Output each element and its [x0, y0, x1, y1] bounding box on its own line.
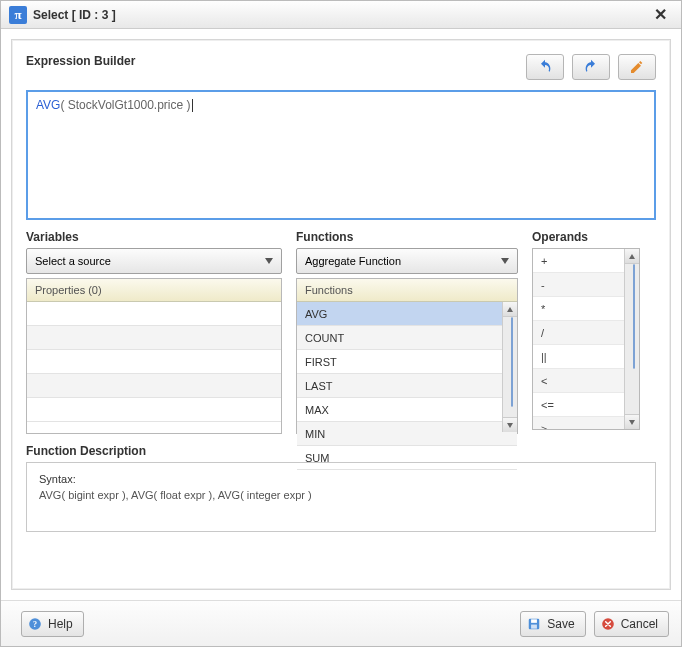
function-item[interactable]: SUM [297, 446, 517, 470]
svg-rect-4 [531, 624, 537, 628]
expression-function: AVG [36, 98, 60, 112]
cancel-button[interactable]: Cancel [594, 611, 669, 637]
expression-argument: ( StockVolGt1000.price ) [60, 98, 190, 112]
dialog-select: π Select [ ID : 3 ] ✕ Expression Builder… [0, 0, 682, 647]
list-item: . [27, 302, 281, 326]
functions-label: Functions [296, 230, 518, 244]
window-title: Select [ ID : 3 ] [33, 8, 116, 22]
functions-list-header: Functions [297, 279, 517, 302]
undo-button[interactable] [526, 54, 564, 80]
function-item[interactable]: LAST [297, 374, 517, 398]
dialog-footer: ? Help Save Cancel [1, 600, 681, 646]
svg-text:?: ? [33, 619, 37, 628]
titlebar: π Select [ ID : 3 ] ✕ [1, 1, 681, 29]
builder-header-row: Expression Builder [26, 54, 656, 80]
redo-icon [583, 59, 599, 75]
scroll-up-icon[interactable] [503, 302, 517, 317]
undo-icon [537, 59, 553, 75]
variables-listbox: Properties (0) . . . . . [26, 278, 282, 434]
save-button[interactable]: Save [520, 611, 585, 637]
operand-item[interactable]: < [533, 369, 624, 393]
variables-source-dropdown[interactable]: Select a source [26, 248, 282, 274]
list-item: . [27, 398, 281, 422]
function-item[interactable]: AVG [297, 302, 517, 326]
syntax-text: AVG( bigint expr ), AVG( float expr ), A… [39, 489, 643, 501]
list-item: . [27, 326, 281, 350]
operands-scrollbar[interactable] [624, 249, 639, 429]
scroll-thumb[interactable] [633, 264, 635, 369]
scroll-thumb[interactable] [511, 317, 513, 407]
operands-label: Operands [532, 230, 640, 244]
function-description-box: Syntax: AVG( bigint expr ), AVG( float e… [26, 462, 656, 532]
operand-item[interactable]: + [533, 249, 624, 273]
variables-label: Variables [26, 230, 282, 244]
caret-icon [192, 99, 193, 112]
scroll-up-icon[interactable] [625, 249, 639, 264]
save-label: Save [547, 617, 574, 631]
function-item[interactable]: MIN [297, 422, 517, 446]
chevron-down-icon [501, 258, 509, 264]
edit-button[interactable] [618, 54, 656, 80]
cancel-icon [601, 617, 615, 631]
variables-list-header: Properties (0) [27, 279, 281, 302]
operand-item[interactable]: > [533, 417, 624, 429]
main-panel: Expression Builder AVG( StockVolGt1000.p… [11, 39, 671, 590]
scroll-down-icon[interactable] [625, 414, 639, 429]
chevron-down-icon [265, 258, 273, 264]
svg-rect-3 [531, 619, 537, 623]
scroll-down-icon[interactable] [503, 417, 517, 432]
functions-listbox: Functions AVGCOUNTFIRSTLASTMAXMINSUM [296, 278, 518, 434]
redo-button[interactable] [572, 54, 610, 80]
function-item[interactable]: FIRST [297, 350, 517, 374]
close-icon[interactable]: ✕ [648, 3, 673, 26]
variables-dropdown-text: Select a source [35, 255, 111, 267]
help-label: Help [48, 617, 73, 631]
variables-items: . . . . . [27, 302, 281, 422]
syntax-label: Syntax: [39, 473, 643, 485]
save-icon [527, 617, 541, 631]
operand-item[interactable]: <= [533, 393, 624, 417]
columns-row: Variables Select a source Properties (0)… [26, 230, 656, 434]
functions-scrollbar[interactable] [502, 302, 517, 432]
help-icon: ? [28, 617, 42, 631]
functions-column: Functions Aggregate Function Functions A… [296, 230, 518, 434]
dialog-body: Expression Builder AVG( StockVolGt1000.p… [1, 29, 681, 600]
function-item[interactable]: COUNT [297, 326, 517, 350]
operands-items: +-*/||<<=> [533, 249, 624, 429]
operand-item[interactable]: - [533, 273, 624, 297]
list-item: . [27, 350, 281, 374]
functions-dropdown-text: Aggregate Function [305, 255, 401, 267]
functions-items: AVGCOUNTFIRSTLASTMAXMINSUM [297, 302, 517, 470]
operand-item[interactable]: || [533, 345, 624, 369]
pi-icon: π [9, 6, 27, 24]
operand-item[interactable]: * [533, 297, 624, 321]
variables-column: Variables Select a source Properties (0)… [26, 230, 282, 434]
help-button[interactable]: ? Help [21, 611, 84, 637]
expression-builder-label: Expression Builder [26, 54, 518, 68]
functions-category-dropdown[interactable]: Aggregate Function [296, 248, 518, 274]
list-item: . [27, 374, 281, 398]
operands-listbox: +-*/||<<=> [532, 248, 640, 430]
cancel-label: Cancel [621, 617, 658, 631]
expression-input[interactable]: AVG( StockVolGt1000.price ) [26, 90, 656, 220]
operands-column: Operands +-*/||<<=> [532, 230, 640, 430]
operand-item[interactable]: / [533, 321, 624, 345]
pencil-icon [629, 59, 645, 75]
function-item[interactable]: MAX [297, 398, 517, 422]
